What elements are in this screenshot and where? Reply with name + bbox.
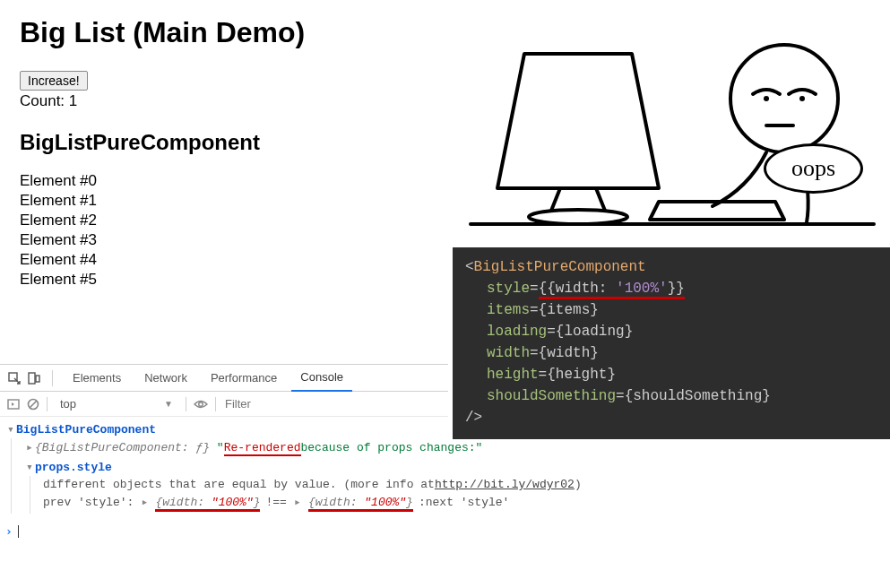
- prompt-caret-icon: ›: [5, 524, 13, 538]
- code-var: shouldSomething: [633, 388, 762, 404]
- expand-caret-icon[interactable]: [5, 422, 16, 437]
- increase-button[interactable]: Increase!: [20, 71, 88, 91]
- filter-input[interactable]: [223, 396, 331, 411]
- svg-point-1: [529, 210, 627, 224]
- svg-line-11: [30, 401, 37, 407]
- console-object-preview[interactable]: {BigListPureComponent: ƒ}: [35, 441, 210, 454]
- code-attr: shouldSomething: [487, 388, 616, 404]
- speech-bubble: oops: [764, 143, 863, 194]
- expand-caret-icon[interactable]: [24, 440, 35, 454]
- speech-text: oops: [764, 143, 863, 194]
- svg-point-4: [799, 96, 805, 101]
- svg-point-2: [730, 45, 838, 152]
- expand-caret-icon[interactable]: [292, 495, 303, 509]
- console-diff-message: different objects that are equal by valu…: [43, 478, 435, 491]
- devtools-toolbar: top ▼: [0, 392, 448, 417]
- count-value: 1: [69, 92, 77, 109]
- code-style-key: width:: [556, 281, 608, 297]
- console-prev-label: prev 'style':: [43, 496, 134, 509]
- code-attr: loading: [487, 324, 547, 340]
- text-cursor: [18, 525, 19, 538]
- code-brace: {{: [539, 281, 556, 297]
- tab-network[interactable]: Network: [135, 365, 196, 392]
- expand-caret-icon[interactable]: [24, 460, 35, 474]
- code-var: items: [547, 302, 590, 318]
- console-next-label: :next 'style': [419, 496, 509, 509]
- code-attr: items: [487, 302, 530, 318]
- code-brace: }}: [668, 281, 685, 297]
- console-diff-link[interactable]: http://bit.ly/wdyr02: [435, 478, 575, 491]
- code-component-name: BigListPureComponent: [474, 259, 646, 275]
- device-toggle-icon[interactable]: [27, 371, 41, 385]
- console-rerendered-text: Re-rendered: [224, 441, 301, 456]
- devtools-panel: Elements Network Performance Console top…: [0, 364, 448, 538]
- meme-illustration: oops: [453, 18, 890, 233]
- console-diff-suffix: ): [575, 478, 582, 491]
- code-var: height: [556, 367, 608, 383]
- code-var: width: [547, 345, 590, 361]
- console-reason-text: because of props changes:": [301, 441, 483, 454]
- code-attr: height: [487, 367, 539, 383]
- code-attr: width: [487, 345, 530, 361]
- code-attr-style: style: [487, 281, 530, 297]
- devtools-tabbar: Elements Network Performance Console: [0, 365, 448, 392]
- console-prompt[interactable]: ›: [0, 519, 448, 538]
- code-snippet: <BigListPureComponent style={{width: '10…: [453, 247, 890, 439]
- console-prev-object[interactable]: {width: "100%"}: [155, 496, 260, 512]
- expand-caret-icon[interactable]: [139, 495, 150, 509]
- context-selector[interactable]: top ▼: [55, 397, 178, 411]
- live-expression-icon[interactable]: [194, 398, 208, 411]
- svg-point-12: [199, 402, 203, 406]
- code-style-value: '100%': [616, 281, 668, 297]
- console-group-name: BigListPureComponent: [16, 423, 156, 437]
- context-label: top: [60, 397, 76, 411]
- svg-point-3: [764, 96, 769, 101]
- code-var: loading: [564, 324, 624, 340]
- console-neq: !==: [265, 496, 286, 509]
- tab-performance[interactable]: Performance: [202, 365, 286, 392]
- inspect-icon[interactable]: [7, 371, 22, 385]
- svg-rect-8: [36, 376, 39, 382]
- chevron-down-icon: ▼: [164, 399, 173, 409]
- console-next-object[interactable]: {width: "100%"}: [308, 496, 413, 512]
- sidebar-toggle-icon[interactable]: [7, 398, 20, 411]
- svg-rect-7: [29, 373, 35, 384]
- tab-elements[interactable]: Elements: [64, 365, 130, 392]
- console-prop-path: props.style: [35, 461, 112, 474]
- tab-console[interactable]: Console: [291, 365, 352, 392]
- console-output: BigListPureComponent {BigListPureCompone…: [0, 417, 890, 519]
- clear-console-icon[interactable]: [27, 398, 39, 411]
- count-label: Count:: [20, 92, 65, 109]
